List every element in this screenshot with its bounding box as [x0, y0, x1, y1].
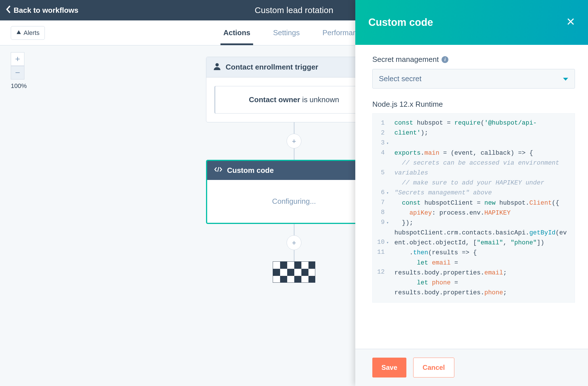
info-icon[interactable]: i [442, 56, 448, 63]
close-icon [566, 16, 575, 28]
button-label: Cancel [423, 364, 445, 371]
person-icon [213, 62, 221, 72]
tab-settings[interactable]: Settings [273, 20, 300, 45]
svg-point-0 [215, 63, 219, 67]
connector-line [294, 224, 295, 235]
code-editor[interactable]: 1 2 3▾4 5 6▾7 8 9▾ 10▾11 12 const hubspo… [372, 113, 575, 303]
chevron-left-icon [6, 5, 11, 16]
card-header: Custom code [207, 161, 381, 180]
criterion-property: Contact owner [249, 95, 300, 104]
back-to-workflows-link[interactable]: Back to workflows [0, 5, 78, 16]
connector-line [294, 122, 295, 134]
connector-line [294, 250, 295, 261]
label-text: Secret management [372, 55, 439, 64]
workflow-title: Custom lead rotation [255, 5, 333, 15]
add-action-button[interactable]: + [287, 235, 301, 250]
connector-line [294, 148, 295, 160]
zoom-out-button[interactable]: − [11, 66, 24, 79]
panel-title: Custom code [368, 16, 433, 28]
enrollment-criterion[interactable]: Contact owner is unknown [214, 86, 374, 114]
back-label: Back to workflows [14, 6, 78, 15]
button-label: Save [381, 364, 397, 371]
tab-actions[interactable]: Actions [223, 20, 250, 45]
secret-management-label: Secret management i [372, 55, 575, 64]
close-panel-button[interactable] [566, 16, 575, 28]
select-placeholder: Select secret [379, 74, 421, 83]
cancel-button[interactable]: Cancel [413, 358, 454, 377]
zoom-level: 100% [11, 82, 27, 90]
code-gutter: 1 2 3▾4 5 6▾7 8 9▾ 10▾11 12 [373, 114, 392, 302]
code-icon [214, 166, 222, 175]
card-status: Configuring... [207, 180, 381, 223]
runtime-label: Node.js 12.x Runtime [372, 100, 575, 109]
zoom-in-button[interactable]: + [11, 52, 24, 66]
save-button[interactable]: Save [372, 358, 406, 377]
caret-down-icon [563, 74, 568, 83]
workflow-end-icon [273, 261, 315, 283]
custom-code-panel: Custom code Secret management i Select s… [355, 0, 588, 386]
tab-label: Settings [273, 28, 300, 37]
secret-select[interactable]: Select secret [372, 69, 575, 89]
panel-footer: Save Cancel [355, 349, 588, 386]
alerts-button[interactable]: Alerts [11, 26, 45, 40]
zoom-controls: + − 100% [11, 52, 27, 90]
card-title: Custom code [227, 166, 274, 175]
add-action-button[interactable]: + [287, 134, 301, 148]
panel-header: Custom code [355, 0, 588, 45]
tabs: Actions Settings Performance [223, 20, 365, 45]
svg-line-1 [218, 167, 219, 172]
tab-label: Actions [223, 28, 250, 37]
alerts-label: Alerts [24, 29, 39, 37]
criterion-condition: is unknown [300, 95, 339, 104]
warning-icon [16, 29, 21, 37]
card-title: Contact enrollment trigger [226, 63, 318, 72]
panel-body: Secret management i Select secret Node.j… [355, 45, 588, 349]
code-content[interactable]: const hubspot = require('@hubspot/api-cl… [392, 114, 575, 302]
